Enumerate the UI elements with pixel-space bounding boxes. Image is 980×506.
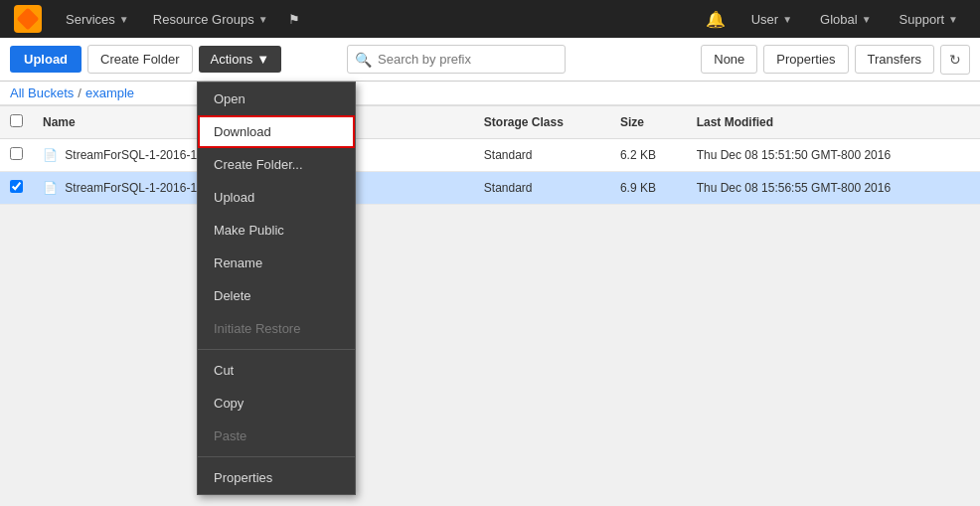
actions-button[interactable]: Actions ▼ bbox=[199, 46, 282, 73]
dropdown-item-rename[interactable]: Rename bbox=[198, 247, 355, 279]
nav-resource-groups[interactable]: Resource Groups ▼ bbox=[141, 0, 280, 38]
file-table-container: Name Storage Class Size Last Modified 📄 … bbox=[0, 105, 980, 205]
dropdown-item-paste: Paste bbox=[198, 420, 355, 452]
row-last-modified-cell: Thu Dec 08 15:51:50 GMT-800 2016 bbox=[687, 139, 980, 172]
search-icon: 🔍 bbox=[355, 52, 372, 68]
dropdown-divider bbox=[198, 349, 355, 350]
transfers-button[interactable]: Transfers bbox=[855, 45, 934, 74]
user-chevron-icon: ▼ bbox=[782, 14, 792, 25]
actions-chevron-icon: ▼ bbox=[256, 52, 269, 67]
dropdown-item-make-public[interactable]: Make Public bbox=[198, 214, 355, 247]
file-table: Name Storage Class Size Last Modified 📄 … bbox=[0, 105, 980, 205]
file-icon: 📄 bbox=[43, 148, 58, 162]
breadcrumb-current[interactable]: example bbox=[85, 85, 134, 100]
create-folder-button[interactable]: Create Folder bbox=[87, 45, 192, 74]
dropdown-item-initiate-restore: Initiate Restore bbox=[198, 312, 355, 345]
toolbar: Upload Create Folder Actions ▼ 🔍 None Pr… bbox=[0, 38, 980, 82]
toolbar-right: None Properties Transfers ↻ bbox=[701, 45, 970, 75]
dropdown-divider bbox=[198, 456, 355, 457]
table-row[interactable]: 📄 StreamForSQL-1-2016-12--47f8-b230-4c60… bbox=[0, 172, 980, 205]
actions-dropdown-menu: OpenDownloadCreate Folder...UploadMake P… bbox=[197, 82, 356, 495]
file-icon: 📄 bbox=[43, 181, 58, 195]
row-size-cell: 6.2 KB bbox=[610, 139, 687, 172]
notification-bell-icon[interactable]: 🔔 bbox=[696, 10, 735, 29]
table-header-size: Size bbox=[610, 106, 687, 139]
row-storage-class-cell: Standard bbox=[474, 172, 610, 205]
breadcrumb-all-buckets[interactable]: All Buckets bbox=[10, 85, 74, 100]
dropdown-item-create-folder[interactable]: Create Folder... bbox=[198, 148, 355, 181]
dropdown-item-copy[interactable]: Copy bbox=[198, 387, 355, 420]
table-header-last-modified: Last Modified bbox=[687, 106, 980, 139]
aws-logo[interactable] bbox=[10, 1, 46, 37]
table-row[interactable]: 📄 StreamForSQL-1-2016-12--4f22-b361-f21c… bbox=[0, 139, 980, 172]
breadcrumb-separator: / bbox=[78, 85, 82, 100]
dropdown-item-upload[interactable]: Upload bbox=[198, 181, 355, 214]
nav-global[interactable]: Global ▼ bbox=[808, 0, 883, 38]
search-box: 🔍 bbox=[347, 45, 566, 74]
row-checkbox-cell[interactable] bbox=[0, 172, 33, 205]
row-size-cell: 6.9 KB bbox=[610, 172, 687, 205]
none-button[interactable]: None bbox=[701, 45, 757, 74]
nav-right-area: 🔔 User ▼ Global ▼ Support ▼ bbox=[696, 0, 970, 38]
dropdown-item-properties[interactable]: Properties bbox=[198, 461, 355, 494]
dropdown-item-download[interactable]: Download bbox=[198, 115, 355, 148]
row-checkbox[interactable] bbox=[10, 147, 23, 160]
search-input[interactable] bbox=[347, 45, 566, 74]
top-nav: Services ▼ Resource Groups ▼ ⚑ 🔔 User ▼ … bbox=[0, 0, 980, 38]
nav-services[interactable]: Services ▼ bbox=[54, 0, 141, 38]
nav-bookmark-icon[interactable]: ⚑ bbox=[280, 12, 308, 27]
nav-support[interactable]: Support ▼ bbox=[888, 0, 970, 38]
table-header-storage-class: Storage Class bbox=[474, 106, 610, 139]
row-storage-class-cell: Standard bbox=[474, 139, 610, 172]
select-all-checkbox[interactable] bbox=[10, 114, 23, 127]
dropdown-item-cut[interactable]: Cut bbox=[198, 354, 355, 387]
table-select-all-header[interactable] bbox=[0, 106, 33, 139]
services-chevron-icon: ▼ bbox=[119, 14, 129, 25]
row-checkbox[interactable] bbox=[10, 180, 23, 193]
nav-user[interactable]: User ▼ bbox=[739, 0, 804, 38]
resource-groups-chevron-icon: ▼ bbox=[258, 14, 268, 25]
properties-button[interactable]: Properties bbox=[763, 45, 848, 74]
dropdown-item-open[interactable]: Open bbox=[198, 83, 355, 115]
refresh-button[interactable]: ↻ bbox=[940, 45, 970, 75]
global-chevron-icon: ▼ bbox=[862, 14, 872, 25]
breadcrumb: All Buckets / example bbox=[0, 82, 980, 105]
row-checkbox-cell[interactable] bbox=[0, 139, 33, 172]
upload-button[interactable]: Upload bbox=[10, 46, 82, 73]
row-last-modified-cell: Thu Dec 08 15:56:55 GMT-800 2016 bbox=[687, 172, 980, 205]
support-chevron-icon: ▼ bbox=[948, 14, 958, 25]
dropdown-item-delete[interactable]: Delete bbox=[198, 279, 355, 312]
